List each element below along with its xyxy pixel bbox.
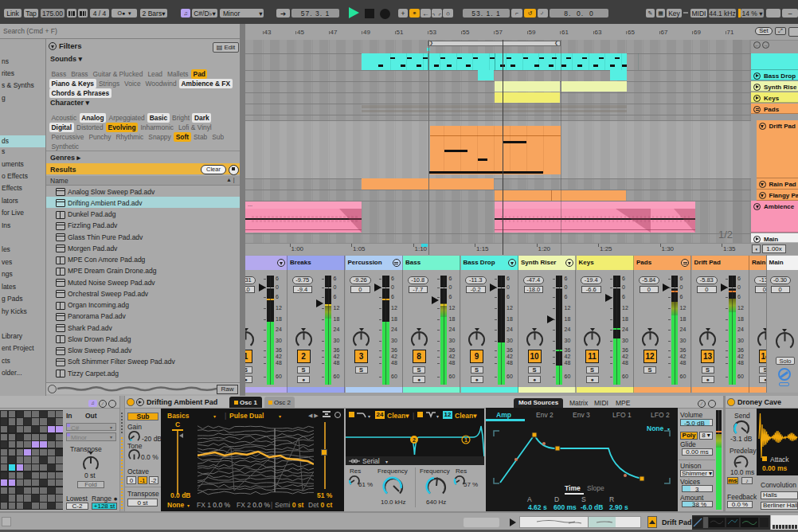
svg-text:1: 1: [464, 437, 467, 443]
svg-text:2: 2: [413, 437, 416, 443]
